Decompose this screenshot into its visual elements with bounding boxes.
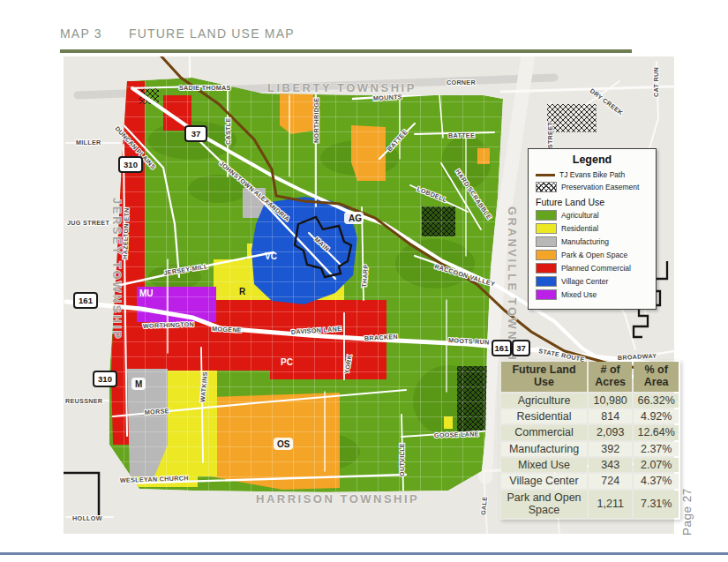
svg-text:37: 37 xyxy=(191,129,201,139)
preservation-swatch xyxy=(536,182,557,192)
route-shield-310: 310 xyxy=(119,157,142,172)
color-swatch xyxy=(536,250,557,260)
township-label-harrison: HARRISON TOWNSHIP xyxy=(256,492,419,506)
legend-section-title: Future Land Use xyxy=(536,197,649,207)
color-swatch xyxy=(536,210,557,221)
land-use-table: Future Land Use # of Acres % of Area Agr… xyxy=(499,360,680,520)
legend-item-preservation: Preservation Easement xyxy=(536,182,649,192)
road-label: BATTEE xyxy=(448,131,475,139)
preservation-easement-patch xyxy=(547,104,597,132)
color-swatch xyxy=(536,289,557,300)
road-label: OUTVILLE xyxy=(398,443,406,476)
table-row: Village Center7244.37% xyxy=(501,474,679,488)
road-label: MOGENE xyxy=(212,325,242,334)
legend-item-mixed-use: Mixed Use xyxy=(536,289,649,300)
route-shield-37: 37 xyxy=(185,126,206,141)
legend-title: Legend xyxy=(536,154,649,166)
route-shield-161-east: 161 xyxy=(492,341,511,356)
road-label: CASTLE xyxy=(224,117,232,145)
legend-item-park-open-space: Park & Open Space xyxy=(536,250,649,260)
route-shield-37-east: 37 xyxy=(513,341,529,356)
document-page: MAP 3FUTURE LAND USE MAP xyxy=(0,0,728,562)
col-header-area: % of Area xyxy=(634,362,679,392)
table-row: Mixed Use3432.07% xyxy=(501,458,679,472)
road-label: GOOSE LANE xyxy=(434,430,479,439)
table-row: Manufacturing3922.37% xyxy=(501,442,679,456)
color-swatch xyxy=(536,276,557,287)
svg-text:161: 161 xyxy=(495,343,510,353)
zone-label-ag: AG xyxy=(349,214,362,223)
road-label: MILLER xyxy=(76,139,101,146)
bike-path-swatch xyxy=(536,174,555,176)
table-row: Commercial2,09312.64% xyxy=(501,425,679,439)
table-row: Residential8144.92% xyxy=(501,409,679,423)
svg-text:310: 310 xyxy=(98,374,112,384)
road-label: NORTHRIDGE xyxy=(312,98,320,143)
legend-item-manufacturing: Manufacturing xyxy=(536,236,649,247)
road-label: JUG STREET xyxy=(67,219,109,227)
legend-item-residential: Residential xyxy=(536,223,649,234)
map-title-label: FUTURE LAND USE MAP xyxy=(129,26,295,41)
zone-label-pc: PC xyxy=(281,357,293,367)
footer-rule xyxy=(0,552,728,555)
legend-item-planned-commercial: Planned Commercial xyxy=(536,263,649,274)
zone-label-r: R xyxy=(239,287,246,296)
col-header-land-use: Future Land Use xyxy=(501,362,587,392)
col-header-acres: # of Acres xyxy=(589,362,632,392)
svg-text:161: 161 xyxy=(79,296,94,305)
table-header-row: Future Land Use # of Acres % of Area xyxy=(501,362,679,392)
route-shield-161: 161 xyxy=(74,293,97,308)
route-shield-310-south: 310 xyxy=(94,371,116,386)
title-rule xyxy=(60,49,632,53)
road-label: HOLLOW xyxy=(72,514,102,522)
legend-item-village-center: Village Center xyxy=(536,276,649,287)
table-row: Agriculture10,98066.32% xyxy=(501,393,679,408)
zone-label-vc: VC xyxy=(265,251,277,261)
township-label-liberty: LIBERTY TOWNSHIP xyxy=(267,81,417,94)
page-title: MAP 3FUTURE LAND USE MAP xyxy=(60,26,634,41)
legend-item-agricultural: Agricultural xyxy=(536,210,649,221)
map-legend: Legend TJ Evans Bike Path Preservation E… xyxy=(528,148,657,310)
svg-text:37: 37 xyxy=(516,343,526,353)
zone-label-mu: MU xyxy=(139,288,154,298)
map-number-label: MAP 3 xyxy=(60,26,129,41)
road-label: MOUNTS xyxy=(373,93,402,102)
color-swatch xyxy=(536,223,557,234)
page-number: Page 27 xyxy=(680,488,694,536)
road-label: REUSSNER xyxy=(65,397,103,405)
table-row: Park and Open Space1,2117.31% xyxy=(501,491,679,518)
legend-item-bike-path: TJ Evans Bike Path xyxy=(536,170,649,179)
zone-label-os: OS xyxy=(277,439,290,449)
zone-label-m: M xyxy=(135,379,142,389)
road-label: CAT RUN xyxy=(652,67,660,97)
color-swatch xyxy=(536,236,557,247)
color-swatch xyxy=(536,263,557,274)
road-label: SADIE THOMAS xyxy=(179,84,231,92)
road-label: GALE xyxy=(479,496,489,515)
road-label: CORNER xyxy=(447,79,476,86)
svg-text:310: 310 xyxy=(124,160,138,169)
